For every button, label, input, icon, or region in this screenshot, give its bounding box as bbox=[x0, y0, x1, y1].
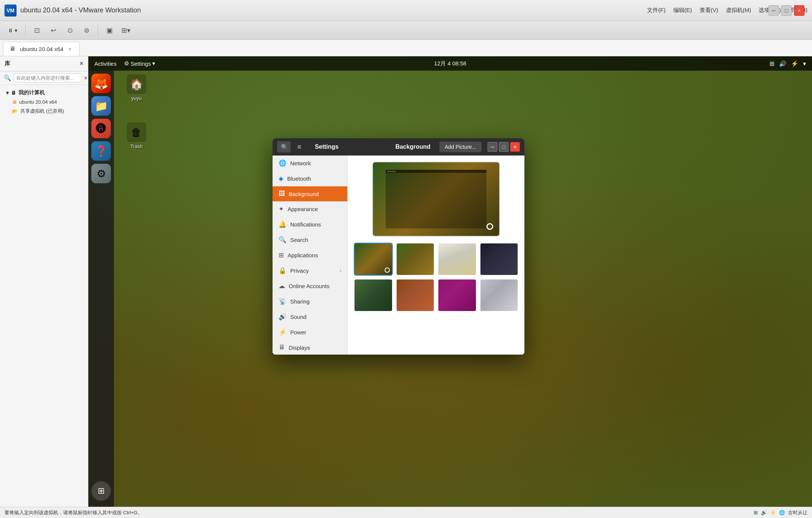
vm-tab[interactable]: 🖥 ubuntu 20.04 x64 × bbox=[3, 42, 80, 56]
pause-btn[interactable]: ⏸▾ bbox=[5, 24, 21, 37]
sidebar-item-notifications[interactable]: 🔔 Notifications bbox=[273, 217, 347, 232]
bg-thumb-5[interactable] bbox=[354, 279, 393, 312]
bg-thumb-inner-7 bbox=[438, 279, 476, 311]
home-folder-icon: 🏠 bbox=[127, 74, 146, 94]
receive-btn[interactable]: ⊚ bbox=[80, 24, 93, 37]
bg-thumb-8[interactable] bbox=[480, 279, 519, 312]
view-btn[interactable]: ⊞▾ bbox=[119, 24, 133, 37]
dock-apps-btn[interactable]: ⊞ bbox=[91, 481, 111, 501]
sidebar-item-power[interactable]: ⚡ Power bbox=[273, 325, 347, 340]
applications-icon: ⊞ bbox=[279, 251, 284, 259]
bg-thumb-7[interactable] bbox=[438, 279, 477, 312]
menu-file[interactable]: 文件(F) bbox=[647, 7, 665, 14]
tree-child-shared[interactable]: 📂 共享虚拟机 (已弃用) bbox=[0, 106, 88, 116]
tree-child-ubuntu[interactable]: 🖥 ubuntu 20.04 x64 bbox=[0, 98, 88, 106]
sidebar-item-applications[interactable]: ⊞ Applications bbox=[273, 248, 347, 263]
bg-thumb-inner-5 bbox=[354, 279, 392, 311]
bg-thumb-3[interactable] bbox=[438, 243, 477, 276]
vm-tab-close[interactable]: × bbox=[67, 46, 73, 53]
background-icon: 🖼 bbox=[279, 190, 285, 198]
tree-my-computer[interactable]: ▾ 🖥 我的计算机 bbox=[0, 88, 88, 98]
background-label: Background bbox=[289, 191, 319, 197]
sidebar-item-network[interactable]: 🌐 Network bbox=[273, 156, 347, 171]
tree-child-icon: 🖥 bbox=[12, 99, 17, 105]
sidebar-item-search[interactable]: 🔍 Search bbox=[273, 232, 347, 248]
settings-hamburger-btn[interactable]: ≡ bbox=[294, 141, 305, 153]
search-dropdown-icon[interactable]: ▾ bbox=[84, 74, 87, 82]
online-accounts-icon: ☁ bbox=[279, 282, 285, 290]
sidebar-item-displays[interactable]: 🖥 Displays bbox=[273, 340, 347, 355]
desktop-icon-home[interactable]: 🏠 yuyu bbox=[121, 74, 151, 101]
add-picture-btn[interactable]: Add Picture... bbox=[439, 142, 482, 152]
library-title: 库 bbox=[5, 60, 10, 67]
settings-close-btn[interactable]: × bbox=[510, 142, 520, 152]
bg-thumbnail-grid bbox=[354, 243, 518, 312]
bg-thumb-inner-4 bbox=[480, 243, 518, 275]
sidebar-item-bluetooth[interactable]: ◈ Bluetooth bbox=[273, 171, 347, 186]
revert-btn[interactable]: ↩ bbox=[47, 24, 60, 37]
settings-label: Settings bbox=[130, 60, 151, 67]
library-header: 库 × bbox=[0, 56, 88, 71]
displays-icon: 🖥 bbox=[279, 344, 285, 351]
minimize-btn[interactable]: ─ bbox=[768, 5, 779, 16]
bg-thumb-inner-6 bbox=[397, 279, 434, 311]
bg-thumb-2[interactable] bbox=[396, 243, 435, 276]
dock-help[interactable]: ❓ bbox=[91, 141, 111, 161]
vmware-titlebar: VM ubuntu 20.04 x64 - VMware Workstation… bbox=[0, 0, 812, 21]
sharing-icon: 📡 bbox=[279, 298, 286, 305]
sidebar-item-appearance[interactable]: ✦ Appearance bbox=[273, 201, 347, 217]
applications-label: Applications bbox=[288, 252, 318, 258]
privacy-label: Privacy bbox=[290, 267, 309, 274]
menu-edit[interactable]: 编辑(E) bbox=[673, 7, 692, 14]
send-btn[interactable]: ⊙ bbox=[63, 24, 77, 37]
status-icon-sound: 🔊 bbox=[761, 510, 767, 515]
vm-content: Activities ⚙ Settings ▾ 12月 4 08:58 ⊞ 🔊 … bbox=[88, 56, 812, 507]
dock-appstore[interactable]: 🅐 bbox=[91, 119, 111, 138]
power-icon[interactable]: ⚡ bbox=[791, 60, 798, 67]
settings-gear-icon: ⚙ bbox=[124, 60, 129, 67]
dock-settings[interactable]: ⚙ bbox=[91, 164, 111, 183]
power-icon2: ⚡ bbox=[279, 328, 286, 336]
online-accounts-label: Online Accounts bbox=[289, 283, 329, 289]
dock-firefox[interactable]: 🦊 bbox=[91, 74, 111, 93]
bg-thumb-1[interactable] bbox=[354, 243, 393, 276]
desktop-icon-trash[interactable]: 🗑 Trash bbox=[121, 122, 151, 149]
bg-preview-inner: Activities bbox=[373, 162, 499, 236]
tree-root-label: 我的计算机 bbox=[18, 89, 45, 96]
sidebar-item-sharing[interactable]: 📡 Sharing bbox=[273, 294, 347, 309]
sidebar-item-background[interactable]: 🖼 Background bbox=[273, 186, 347, 201]
bg-thumb-4[interactable] bbox=[480, 243, 519, 276]
toolbar-sep-1 bbox=[25, 25, 26, 36]
snapshot-btn[interactable]: ⊡ bbox=[30, 24, 44, 37]
appearance-icon: ✦ bbox=[279, 205, 284, 213]
volume-icon[interactable]: 🔊 bbox=[779, 60, 786, 67]
sound-icon: 🔊 bbox=[279, 313, 286, 321]
library-search-input[interactable] bbox=[14, 74, 82, 82]
activities-btn[interactable]: Activities bbox=[94, 60, 117, 67]
grid-icon: ⊞ bbox=[98, 486, 105, 496]
dock-files[interactable]: 📁 bbox=[91, 96, 111, 116]
sidebar-item-privacy[interactable]: 🔒 Privacy › bbox=[273, 263, 347, 278]
menu-vm[interactable]: 虚拟机(M) bbox=[726, 7, 751, 14]
library-close-icon[interactable]: × bbox=[79, 60, 83, 68]
settings-menu-btn[interactable]: ⚙ Settings ▾ bbox=[124, 60, 155, 67]
settings-titlebar: 🔍 ≡ Settings Background Add Picture... ─… bbox=[273, 138, 524, 156]
close-btn[interactable]: × bbox=[794, 5, 804, 16]
sidebar-item-sound[interactable]: 🔊 Sound bbox=[273, 309, 347, 325]
menu-view[interactable]: 查看(V) bbox=[700, 7, 718, 14]
terminal-btn[interactable]: ▣ bbox=[103, 24, 116, 37]
status-text: 要将输入定向到该虚拟机，请将鼠标指针移入其中或按 Ctrl+G。 bbox=[5, 509, 142, 516]
screen-icon[interactable]: ⊞ bbox=[770, 60, 774, 67]
sidebar-item-online-accounts[interactable]: ☁ Online Accounts bbox=[273, 278, 347, 294]
settings-search-btn[interactable]: 🔍 bbox=[277, 141, 291, 153]
bg-thumb-inner-3 bbox=[438, 243, 476, 275]
settings-maximize-btn[interactable]: □ bbox=[499, 142, 509, 152]
maximize-btn[interactable]: □ bbox=[781, 5, 792, 16]
tree-shared-label: 共享虚拟机 (已弃用) bbox=[20, 108, 64, 115]
ubuntu-clock: 12月 4 08:58 bbox=[434, 60, 467, 67]
sharing-label: Sharing bbox=[290, 298, 310, 305]
settings-minimize-btn[interactable]: ─ bbox=[488, 142, 497, 152]
arrow-down-icon[interactable]: ▾ bbox=[803, 60, 806, 67]
sound-label: Sound bbox=[290, 314, 306, 320]
bg-thumb-6[interactable] bbox=[396, 279, 435, 312]
